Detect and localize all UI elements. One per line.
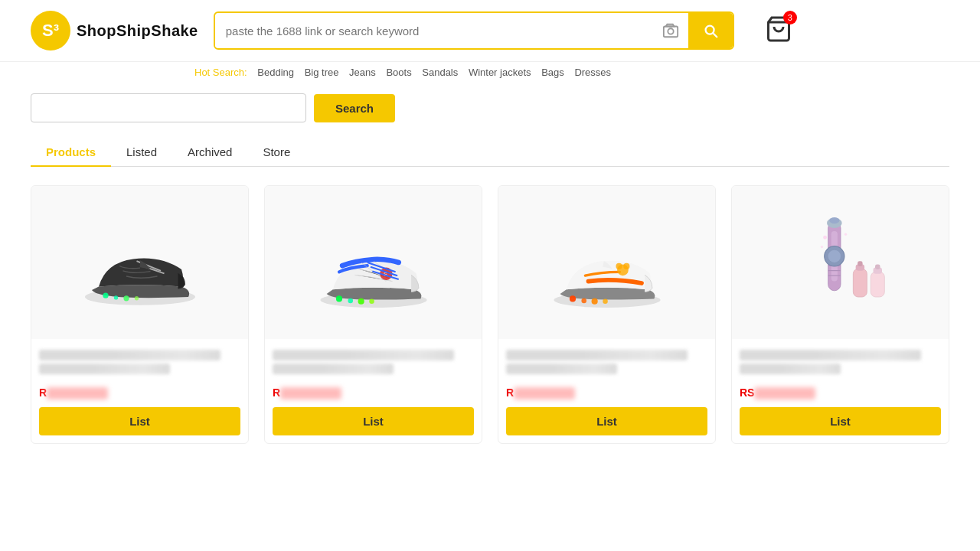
products-grid: R List xyxy=(31,185,949,444)
logo-icon: S³ xyxy=(31,11,70,51)
secondary-search-input[interactable] xyxy=(31,93,306,122)
product-subtitle-blurred xyxy=(39,364,170,374)
product-price: R xyxy=(265,380,482,399)
product-image xyxy=(732,186,949,339)
main-search-button[interactable] xyxy=(688,13,733,48)
svg-point-45 xyxy=(844,233,846,236)
svg-rect-40 xyxy=(871,272,884,297)
product-subtitle-blurred xyxy=(273,364,394,374)
svg-point-21 xyxy=(569,295,575,302)
svg-point-34 xyxy=(829,217,839,223)
hot-search-item[interactable]: Big tree xyxy=(305,67,339,78)
product-actions: List xyxy=(265,399,482,443)
svg-point-36 xyxy=(828,250,840,262)
svg-point-7 xyxy=(134,296,138,300)
svg-point-24 xyxy=(603,298,608,304)
svg-point-11 xyxy=(335,295,341,302)
product-price: R xyxy=(498,380,715,399)
product-card: R List xyxy=(498,185,716,444)
list-button[interactable]: List xyxy=(506,407,707,435)
product-image: S xyxy=(265,186,482,339)
product-image xyxy=(31,186,248,339)
list-button[interactable]: List xyxy=(273,407,474,435)
list-button[interactable]: List xyxy=(39,407,240,435)
product-card: R List xyxy=(31,185,249,444)
svg-rect-42 xyxy=(875,264,880,269)
svg-rect-39 xyxy=(858,261,863,266)
list-button[interactable]: List xyxy=(740,407,941,435)
product-info xyxy=(498,339,715,380)
hot-search-item[interactable]: Boots xyxy=(386,67,411,78)
product-card: S R List xyxy=(264,185,482,444)
product-price: R xyxy=(31,380,248,399)
cart-button[interactable]: 3 xyxy=(765,15,792,46)
hot-search-item[interactable]: Dresses xyxy=(574,67,611,78)
header: S³ ShopShipShake 3 xyxy=(0,0,980,62)
product-title-blurred xyxy=(506,350,688,360)
svg-point-4 xyxy=(103,293,108,298)
product-tabs: Products Listed Archived Store xyxy=(31,138,949,167)
logo-area: S³ ShopShipShake xyxy=(31,11,198,51)
main-search-input[interactable] xyxy=(215,15,653,47)
product-actions: List xyxy=(498,399,715,443)
product-actions: List xyxy=(31,399,248,443)
tab-archived[interactable]: Archived xyxy=(172,138,247,166)
hot-search-item[interactable]: Jeans xyxy=(349,67,376,78)
svg-point-26 xyxy=(616,263,622,269)
hot-search-label: Hot Search: xyxy=(194,67,247,78)
svg-point-43 xyxy=(823,236,827,240)
svg-point-22 xyxy=(581,298,586,304)
svg-point-5 xyxy=(113,295,117,299)
price-value-blurred xyxy=(280,387,341,399)
product-info xyxy=(31,339,248,380)
cart-badge: 3 xyxy=(783,11,797,24)
svg-point-12 xyxy=(348,298,353,304)
secondary-search-area: Search xyxy=(31,93,949,122)
tab-products[interactable]: Products xyxy=(31,138,111,166)
hot-search-bar: Hot Search: Bedding Big tree Jeans Boots… xyxy=(0,62,980,78)
camera-search-button[interactable] xyxy=(653,15,688,47)
product-price: RS xyxy=(732,380,949,399)
hot-search-item[interactable]: Bags xyxy=(541,67,564,78)
price-value-blurred xyxy=(47,387,108,399)
svg-point-27 xyxy=(623,263,629,269)
svg-point-14 xyxy=(369,298,374,304)
product-subtitle-blurred xyxy=(740,364,841,374)
hot-search-item[interactable]: Sandals xyxy=(422,67,458,78)
product-info xyxy=(732,339,949,380)
svg-point-6 xyxy=(123,295,129,301)
secondary-search-button[interactable]: Search xyxy=(314,94,395,122)
product-title-blurred xyxy=(740,350,921,360)
product-card: RS List xyxy=(731,185,949,444)
product-title-blurred xyxy=(39,350,220,360)
hot-search-item[interactable]: Bedding xyxy=(257,67,294,78)
price-value-blurred xyxy=(754,387,815,399)
svg-rect-37 xyxy=(853,269,867,297)
svg-point-44 xyxy=(820,246,822,248)
tab-listed[interactable]: Listed xyxy=(111,138,172,166)
main-content: Search Products Listed Archived Store xyxy=(0,78,980,459)
product-title-blurred xyxy=(273,350,454,360)
tab-store[interactable]: Store xyxy=(247,138,305,166)
main-search-bar xyxy=(214,11,734,50)
product-image xyxy=(498,186,715,339)
price-value-blurred xyxy=(514,387,575,399)
product-subtitle-blurred xyxy=(506,364,617,374)
svg-point-0 xyxy=(668,28,673,34)
logo-text: ShopShipShake xyxy=(77,22,198,40)
product-actions: List xyxy=(732,399,949,443)
product-info xyxy=(265,339,482,380)
svg-point-13 xyxy=(358,298,364,305)
svg-point-23 xyxy=(591,298,597,305)
hot-search-item[interactable]: Winter jackets xyxy=(469,67,531,78)
